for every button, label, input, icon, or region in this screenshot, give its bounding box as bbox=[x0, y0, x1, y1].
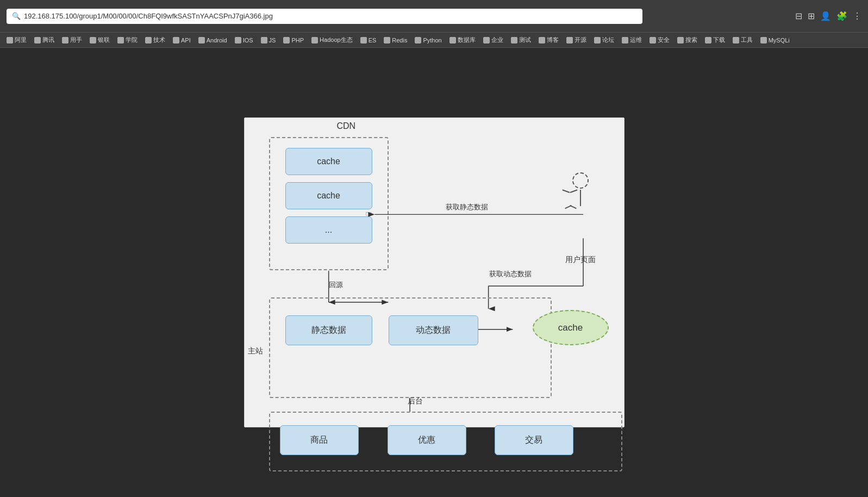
bookmark-label: IOS bbox=[243, 37, 253, 44]
bookmark-ali[interactable]: 阿里 bbox=[4, 35, 29, 45]
bookmark-boke[interactable]: 博客 bbox=[536, 35, 561, 45]
bookmark-python[interactable]: Python bbox=[413, 36, 444, 45]
folder-icon bbox=[705, 37, 711, 44]
bookmark-mysql[interactable]: MySQLi bbox=[758, 36, 792, 45]
bookmark-es[interactable]: ES bbox=[358, 36, 379, 45]
bookmark-label: Hadoop生态 bbox=[320, 36, 353, 44]
bookmark-label: 数据库 bbox=[458, 36, 476, 44]
bookmark-yongshou[interactable]: 用手 bbox=[60, 35, 84, 45]
folder-icon bbox=[384, 37, 390, 44]
bookmark-yunwei[interactable]: 运维 bbox=[620, 35, 644, 45]
folder-icon bbox=[539, 37, 545, 44]
folder-icon bbox=[483, 37, 490, 44]
bookmark-label: JS bbox=[269, 37, 276, 44]
bookmark-label: 运维 bbox=[630, 36, 642, 44]
url-text: 192.168.175.100/group1/M00/00/00/Ch8FQI9… bbox=[24, 12, 273, 20]
address-bar[interactable]: 🔍 192.168.175.100/group1/M00/00/00/Ch8FQ… bbox=[7, 9, 642, 24]
cdn-label: CDN bbox=[337, 121, 356, 131]
folder-icon bbox=[283, 37, 290, 44]
folder-icon bbox=[62, 37, 68, 44]
bookmark-hadoop[interactable]: Hadoop生态 bbox=[309, 35, 355, 45]
bookmark-shujuku[interactable]: 数据库 bbox=[447, 35, 478, 45]
bookmark-label: 下载 bbox=[713, 36, 725, 44]
extension-icon[interactable]: 🧩 bbox=[836, 11, 847, 21]
bookmark-sousuo[interactable]: 搜索 bbox=[675, 35, 700, 45]
bookmark-ios[interactable]: IOS bbox=[233, 36, 255, 45]
user-figure: 用户页面 bbox=[565, 172, 596, 265]
bookmark-label: MySQLi bbox=[769, 37, 790, 44]
folder-icon bbox=[566, 37, 573, 44]
bookmark-xiazai[interactable]: 下载 bbox=[703, 35, 727, 45]
bookmark-label: Python bbox=[423, 37, 441, 44]
folder-icon bbox=[90, 37, 96, 44]
dynamic-data-box: 动态数据 bbox=[389, 315, 478, 345]
cursor-indicator: ☞ bbox=[365, 209, 372, 218]
folder-icon bbox=[311, 37, 318, 44]
folder-icon bbox=[145, 37, 152, 44]
zhuzhan-box bbox=[269, 297, 552, 398]
bookmark-label: Android bbox=[207, 37, 227, 44]
user-label: 用户页面 bbox=[565, 255, 596, 265]
grid-icon[interactable]: ⊞ bbox=[808, 11, 815, 21]
bookmark-label: 企业 bbox=[491, 36, 503, 44]
bookmark-yinlian[interactable]: 银联 bbox=[88, 35, 112, 45]
folder-icon bbox=[261, 37, 267, 44]
cache-box-2: cache bbox=[285, 182, 372, 209]
bookmark-gongju[interactable]: 工具 bbox=[730, 35, 755, 45]
user-head bbox=[572, 172, 589, 189]
user-body bbox=[580, 190, 581, 206]
user-right-leg bbox=[570, 205, 577, 209]
bookmark-label: 安全 bbox=[658, 36, 670, 44]
cache-oval: cache bbox=[533, 310, 609, 345]
bookmark-label: 工具 bbox=[741, 36, 753, 44]
bookmark-label: 学院 bbox=[126, 36, 138, 44]
folder-icon bbox=[449, 37, 456, 44]
bookmark-label: 搜索 bbox=[685, 36, 697, 44]
folder-icon bbox=[511, 37, 517, 44]
menu-icon[interactable]: ⋮ bbox=[853, 11, 861, 21]
bookmarks-bar: 阿里 腾讯 用手 银联 学院 技术 API Android IOS JS PHP bbox=[0, 33, 868, 48]
dynamic-data-label: 获取动态数据 bbox=[489, 269, 532, 279]
bookmark-luntan[interactable]: 论坛 bbox=[592, 35, 616, 45]
bookmark-xueyuan[interactable]: 学院 bbox=[115, 35, 140, 45]
diagram-container: CDN cache cache ... 用户页面 bbox=[244, 117, 625, 427]
shangpin-box: 商品 bbox=[280, 425, 359, 455]
bookmark-ceshi[interactable]: 测试 bbox=[509, 35, 533, 45]
folder-icon bbox=[173, 37, 179, 44]
jiaoyi-box: 交易 bbox=[495, 425, 573, 455]
folder-icon bbox=[594, 37, 601, 44]
bookmark-label: 阿里 bbox=[15, 36, 27, 44]
bookmark-label: API bbox=[181, 37, 191, 44]
folder-icon bbox=[650, 37, 656, 44]
youhui-box: 优惠 bbox=[388, 425, 466, 455]
bookmark-tengxun[interactable]: 腾讯 bbox=[32, 35, 57, 45]
folder-icon bbox=[677, 37, 684, 44]
bookmark-kaiyuan[interactable]: 开源 bbox=[564, 35, 589, 45]
folder-icon bbox=[117, 37, 124, 44]
bookmark-label: 银联 bbox=[98, 36, 110, 44]
bookmark-label: 博客 bbox=[547, 36, 559, 44]
bookmark-qiye[interactable]: 企业 bbox=[481, 35, 505, 45]
browser-icons: ⊟ ⊞ 👤 🧩 ⋮ bbox=[795, 11, 861, 21]
bookmark-jishu[interactable]: 技术 bbox=[143, 35, 167, 45]
user-right-arm bbox=[570, 189, 577, 193]
static-data-box: 静态数据 bbox=[285, 315, 372, 345]
bookmark-label: 测试 bbox=[519, 36, 531, 44]
folder-icon bbox=[622, 37, 628, 44]
user-account-icon[interactable]: 👤 bbox=[820, 11, 831, 21]
bookmark-php[interactable]: PHP bbox=[281, 36, 306, 45]
folder-icon bbox=[360, 37, 367, 44]
bookmark-label: ES bbox=[369, 37, 377, 44]
houtai-label: 后台 bbox=[408, 396, 423, 406]
bookmark-js[interactable]: JS bbox=[259, 36, 278, 45]
bookmark-icon[interactable]: ⊟ bbox=[795, 11, 802, 21]
bookmark-redis[interactable]: Redis bbox=[382, 36, 409, 45]
huiyuan-label: 回源 bbox=[329, 280, 343, 290]
bookmark-label: 腾讯 bbox=[42, 36, 54, 44]
bookmark-api[interactable]: API bbox=[171, 36, 193, 45]
bookmark-android[interactable]: Android bbox=[196, 36, 229, 45]
bookmark-label: 技术 bbox=[153, 36, 165, 44]
bookmark-anquan[interactable]: 安全 bbox=[647, 35, 672, 45]
browser-chrome: 🔍 192.168.175.100/group1/M00/00/00/Ch8FQ… bbox=[0, 0, 868, 33]
folder-icon bbox=[198, 37, 205, 44]
